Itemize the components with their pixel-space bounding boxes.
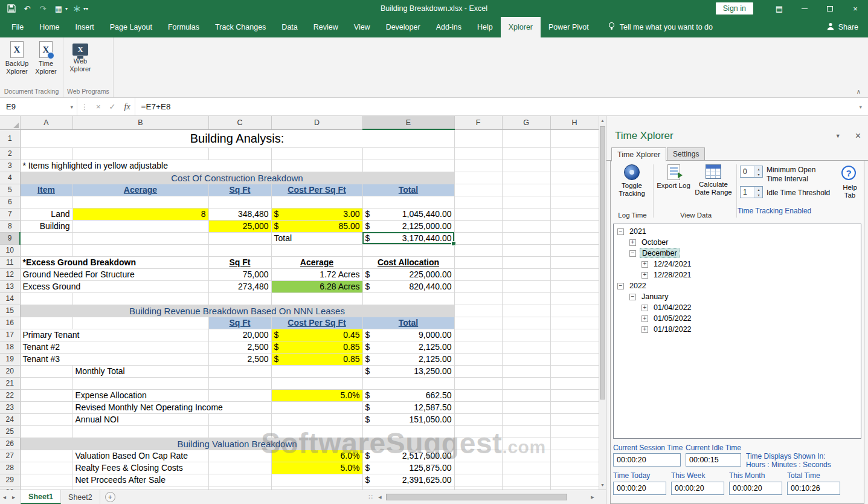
cell-c27[interactable] — [208, 450, 271, 462]
tree-item-2021[interactable]: −2021 — [614, 226, 861, 237]
toggle-tracking-button[interactable]: Toggle Tracking — [613, 164, 651, 198]
row-header-15[interactable]: 15 — [0, 305, 20, 317]
cell-f28[interactable] — [454, 462, 502, 474]
cell-g13[interactable] — [502, 280, 550, 292]
ribbon-tab-insert[interactable]: Insert — [68, 17, 102, 37]
tree-item-01-18-2022[interactable]: +01/18/2022 — [614, 324, 861, 335]
row-header-11[interactable]: 11 — [0, 256, 20, 268]
cell-g24[interactable] — [502, 413, 550, 425]
row-header-9[interactable]: 9 — [0, 232, 20, 244]
ribbon-tab-power-pivot[interactable]: Power Pivot — [541, 17, 597, 37]
cell-d18[interactable]: $0.85 — [271, 341, 362, 353]
cell-b20[interactable]: Monthly Total — [72, 365, 208, 377]
backup-xplorer-button[interactable]: BackUpXplorer — [2, 39, 31, 75]
row-header-21[interactable]: 21 — [0, 377, 20, 389]
cell-h29[interactable] — [550, 474, 599, 486]
cell-h17[interactable] — [550, 329, 599, 341]
cell-c9[interactable] — [208, 232, 271, 244]
cell-d14[interactable] — [271, 292, 362, 305]
cell-a14[interactable] — [20, 292, 72, 305]
tree-item-12-28-2021[interactable]: +12/28/2021 — [614, 270, 861, 280]
tab-scroll-splitter[interactable]: ∷ — [366, 493, 375, 501]
calculate-date-range-button[interactable]: Calculate Date Range — [692, 164, 735, 196]
spinner-arrows[interactable]: ▴▾ — [754, 166, 762, 177]
current-session-input[interactable] — [613, 453, 681, 467]
cell-g9[interactable] — [502, 232, 550, 244]
cell-f26[interactable] — [454, 438, 502, 450]
cell-g22[interactable] — [502, 389, 550, 401]
row-header-22[interactable]: 22 — [0, 389, 20, 401]
cell-e29[interactable]: $2,391,625.00 — [362, 474, 454, 486]
horizontal-scroll-thumb[interactable] — [386, 494, 567, 500]
cell-h25[interactable] — [550, 425, 599, 438]
cell-a18[interactable]: Tenant #2 — [20, 341, 208, 353]
scroll-right-icon[interactable]: ▶ — [588, 490, 597, 504]
column-header-a[interactable]: A — [20, 116, 72, 129]
cell-c20[interactable] — [208, 365, 271, 377]
cell-h4[interactable] — [550, 172, 599, 184]
cell-c29[interactable] — [208, 474, 271, 486]
cell-h28[interactable] — [550, 462, 599, 474]
cell-h8[interactable] — [550, 220, 599, 232]
cell-g14[interactable] — [502, 292, 550, 305]
cell-h26[interactable] — [550, 438, 599, 450]
spin-up-icon[interactable]: ▴ — [755, 187, 762, 192]
cell-c19[interactable]: 2,500 — [208, 353, 271, 365]
cell-b30[interactable] — [72, 486, 208, 489]
cell-h23[interactable] — [550, 401, 599, 413]
cell-g2[interactable] — [502, 147, 550, 160]
row-header-30[interactable]: 30 — [0, 486, 20, 489]
cell-d23[interactable] — [271, 401, 362, 413]
collapse-icon[interactable]: − — [617, 283, 624, 289]
cell-a28[interactable] — [20, 462, 72, 474]
cell-c16[interactable]: Sq Ft — [208, 317, 271, 329]
cell-a13[interactable]: Excess Ground — [20, 280, 208, 292]
cell-g30[interactable] — [502, 486, 550, 489]
cell-g19[interactable] — [502, 353, 550, 365]
vertical-scroll-thumb[interactable] — [600, 126, 605, 399]
cell-c14[interactable] — [208, 292, 271, 305]
cell-e9[interactable]: $3,170,440.00 — [362, 232, 454, 244]
cell-e5[interactable]: Total — [362, 184, 454, 196]
cell-h9[interactable] — [550, 232, 599, 244]
cell-f20[interactable] — [454, 365, 502, 377]
cell-h24[interactable] — [550, 413, 599, 425]
cell-e10[interactable] — [362, 244, 454, 256]
cell-d24[interactable] — [271, 413, 362, 425]
export-log-button[interactable]: Export Log — [657, 164, 690, 190]
cell-h20[interactable] — [550, 365, 599, 377]
cell-c8[interactable]: 25,000 — [208, 220, 271, 232]
cell-f8[interactable] — [454, 220, 502, 232]
cell-g16[interactable] — [502, 317, 550, 329]
ribbon-tab-track-changes[interactable]: Track Changes — [207, 17, 274, 37]
row-header-23[interactable]: 23 — [0, 401, 20, 413]
restore-icon[interactable] — [817, 0, 843, 17]
cell-h14[interactable] — [550, 292, 599, 305]
cell-e20[interactable]: $13,250.00 — [362, 365, 454, 377]
cell-e18[interactable]: $2,125.00 — [362, 341, 454, 353]
cell-a22[interactable] — [20, 389, 72, 401]
row-header-2[interactable]: 2 — [0, 147, 20, 160]
cell-b22[interactable]: Expense Allocation — [72, 389, 208, 401]
cell-e2[interactable] — [362, 147, 454, 160]
cell-f10[interactable] — [454, 244, 502, 256]
cell-g10[interactable] — [502, 244, 550, 256]
cell-h2[interactable] — [550, 147, 599, 160]
tree-item-12-24-2021[interactable]: +12/24/2021 — [614, 259, 861, 270]
cell-c24[interactable] — [208, 413, 271, 425]
cell-a25[interactable] — [20, 425, 72, 438]
cell-f19[interactable] — [454, 353, 502, 365]
row-header-8[interactable]: 8 — [0, 220, 20, 232]
row-header-20[interactable]: 20 — [0, 365, 20, 377]
cell-d13[interactable]: 6.28 Acres — [271, 280, 362, 292]
cell-e27[interactable]: $2,517,500.00 — [362, 450, 454, 462]
row-header-27[interactable]: 27 — [0, 450, 20, 462]
cell-g17[interactable] — [502, 329, 550, 341]
expand-icon[interactable]: + — [641, 315, 648, 322]
cell-f6[interactable] — [454, 196, 502, 208]
sheet-tab-sheet2[interactable]: Sheet2 — [61, 490, 100, 504]
cell-g7[interactable] — [502, 208, 550, 220]
cell-a24[interactable] — [20, 413, 72, 425]
spin-down-icon[interactable]: ▾ — [755, 172, 762, 177]
cell-e3[interactable] — [362, 160, 454, 172]
